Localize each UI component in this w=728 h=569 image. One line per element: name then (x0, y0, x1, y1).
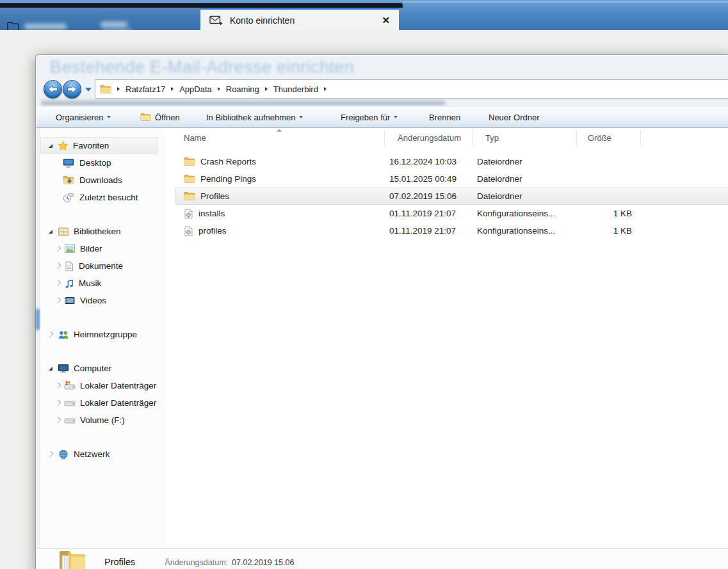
videos-icon (64, 296, 76, 305)
expander-open-icon[interactable] (47, 144, 54, 148)
open-label: Öffnen (155, 113, 180, 122)
sidebar-item-volume-f[interactable]: Volume (F:) (40, 412, 166, 429)
table-row-pending-pings[interactable]: Pending Pings 15.01.2025 00:49 Dateiordn… (175, 170, 728, 188)
file-type: Dateiordner (477, 191, 579, 201)
file-type: Konfigurationseins... (477, 209, 579, 218)
thunderbird-tab-strip: Konto einrichten ✕ (0, 0, 728, 30)
folder-icon (184, 174, 195, 184)
open-folder-icon (140, 113, 151, 122)
organize-button[interactable]: Organisieren (56, 107, 111, 127)
forward-button[interactable] (63, 80, 81, 99)
column-divider[interactable] (640, 130, 641, 146)
expander-closed-icon[interactable] (54, 401, 61, 405)
details-date-label: Änderungsdatum: (165, 558, 228, 567)
folder-icon (184, 157, 195, 166)
tab-konto-einrichten[interactable]: Konto einrichten ✕ (200, 8, 399, 31)
breadcrumb-thunderbird[interactable]: Thunderbird (273, 84, 318, 94)
file-type: Dateiordner (477, 174, 579, 184)
address-folder-icon (100, 84, 111, 94)
expander-closed-icon[interactable] (47, 332, 54, 337)
table-row-profiles-ini[interactable]: profiles 01.11.2019 21:07 Konfigurations… (175, 222, 728, 239)
tab-strip-top-edge (0, 3, 403, 8)
breadcrumb-separator-icon[interactable] (265, 87, 268, 91)
tab-close-icon[interactable]: ✕ (382, 15, 390, 26)
expander-closed-icon[interactable] (54, 246, 61, 251)
music-icon (64, 278, 74, 289)
glass-heading-text: Bestehende E-Mail-Adresse einrichten (50, 58, 354, 77)
sidebar-item-lokaler-datentraeger-c[interactable]: Lokaler Datenträger (40, 377, 166, 394)
sidebar-item-musik[interactable]: Musik (40, 275, 166, 292)
sidebar-item-desktop[interactable]: Desktop (40, 154, 166, 172)
file-type: Konfigurationseins... (477, 226, 579, 236)
navigation-bar: Ratzfatz17 AppData Roaming Thunderbird (36, 79, 728, 100)
explorer-main: Favoriten Desktop Downloads (40, 128, 728, 548)
expander-closed-icon[interactable] (47, 452, 54, 456)
homegroup-icon (58, 330, 69, 340)
sidebar-item-computer[interactable]: Computer (40, 360, 166, 377)
breadcrumb-separator-icon[interactable] (171, 87, 174, 91)
screen: Konto einrichten ✕ Bestehende E-Mail-Adr… (0, 0, 728, 569)
sidebar-item-bilder[interactable]: Bilder (40, 240, 166, 257)
file-name: profiles (198, 226, 227, 236)
table-row-crash-reports[interactable]: Crash Reports 16.12.2024 10:03 Dateiordn… (175, 153, 728, 170)
share-with-button[interactable]: Freigeben für (341, 107, 398, 127)
column-header-type[interactable]: Typ (477, 133, 579, 143)
new-folder-button[interactable]: Neuer Ordner (489, 107, 539, 127)
file-date: 07.02.2019 15:06 (389, 191, 477, 201)
sidebar-label: Lokaler Datenträger (80, 381, 156, 390)
breadcrumb-separator-icon[interactable] (218, 87, 220, 91)
sidebar-item-dokumente[interactable]: Dokumente (40, 257, 166, 275)
expander-closed-icon[interactable] (54, 298, 61, 303)
open-button[interactable]: Öffnen (140, 107, 180, 127)
add-to-library-button[interactable]: In Bibliothek aufnehmen (206, 107, 303, 127)
breadcrumb-separator-icon (117, 87, 120, 91)
expander-closed-icon[interactable] (54, 281, 61, 285)
table-row-profiles-selected[interactable]: Profiles 07.02.2019 15:06 Dateiordner (175, 188, 728, 205)
column-header-name[interactable]: Name (175, 133, 389, 143)
file-type: Dateiordner (477, 157, 579, 166)
sidebar-label: Videos (80, 296, 106, 305)
sidebar-item-lokaler-datentraeger-d[interactable]: Lokaler Datenträger (40, 394, 166, 412)
system-drive-icon (64, 381, 76, 390)
breadcrumb-roaming[interactable]: Roaming (226, 84, 259, 94)
sidebar-item-videos[interactable]: Videos (40, 292, 166, 309)
folder-icon (184, 191, 195, 201)
file-rows: Crash Reports 16.12.2024 10:03 Dateiordn… (166, 153, 728, 239)
sidebar-item-favoriten[interactable]: Favoriten (40, 137, 158, 154)
expander-closed-icon[interactable] (54, 418, 61, 422)
details-pane: Profiles Änderungsdatum: 07.02.2019 15:0… (36, 548, 728, 569)
breadcrumb-separator-icon[interactable] (324, 87, 327, 91)
expander-closed-icon[interactable] (54, 383, 61, 388)
sidebar-label: Downloads (79, 175, 122, 185)
column-header-date[interactable]: Änderungsdatum (389, 133, 477, 143)
column-divider[interactable] (384, 130, 385, 146)
chevron-down-icon (107, 116, 111, 118)
sidebar-label: Volume (F:) (80, 415, 125, 425)
expander-closed-icon[interactable] (54, 264, 61, 268)
expander-open-icon[interactable] (47, 367, 54, 371)
expander-open-icon[interactable] (47, 230, 54, 234)
address-bar[interactable]: Ratzfatz17 AppData Roaming Thunderbird (95, 79, 728, 99)
sidebar-item-downloads[interactable]: Downloads (40, 172, 166, 189)
file-name: Crash Reports (200, 157, 256, 166)
column-divider[interactable] (576, 130, 577, 146)
table-row-installs[interactable]: installs 01.11.2019 21:07 Konfigurations… (175, 205, 728, 222)
organize-label: Organisieren (56, 113, 103, 122)
mail-plus-icon (209, 15, 223, 26)
sidebar-item-netzwerk[interactable]: Netzwerk (40, 445, 166, 463)
column-header-size[interactable]: Größe (579, 133, 637, 143)
inactive-tab-region[interactable] (0, 8, 200, 30)
sidebar-item-heimnetzgruppe[interactable]: Heimnetzgruppe (40, 326, 166, 343)
drive-icon (64, 415, 76, 425)
sidebar-item-bibliotheken[interactable]: Bibliotheken (40, 223, 166, 240)
sidebar-item-zuletzt-besucht[interactable]: Zuletzt besucht (40, 189, 166, 206)
recent-pages-dropdown-icon[interactable] (85, 88, 92, 92)
breadcrumb-appdata[interactable]: AppData (179, 84, 212, 94)
back-button[interactable] (44, 80, 62, 99)
explorer-window: Bestehende E-Mail-Adresse einrichten Rat… (35, 54, 728, 569)
breadcrumb-ratzfatz17[interactable]: Ratzfatz17 (125, 84, 165, 94)
glass-blur-artifact (36, 309, 40, 330)
column-divider[interactable] (472, 130, 473, 146)
burn-button[interactable]: Brennen (429, 107, 460, 127)
libraries-icon (58, 227, 69, 237)
